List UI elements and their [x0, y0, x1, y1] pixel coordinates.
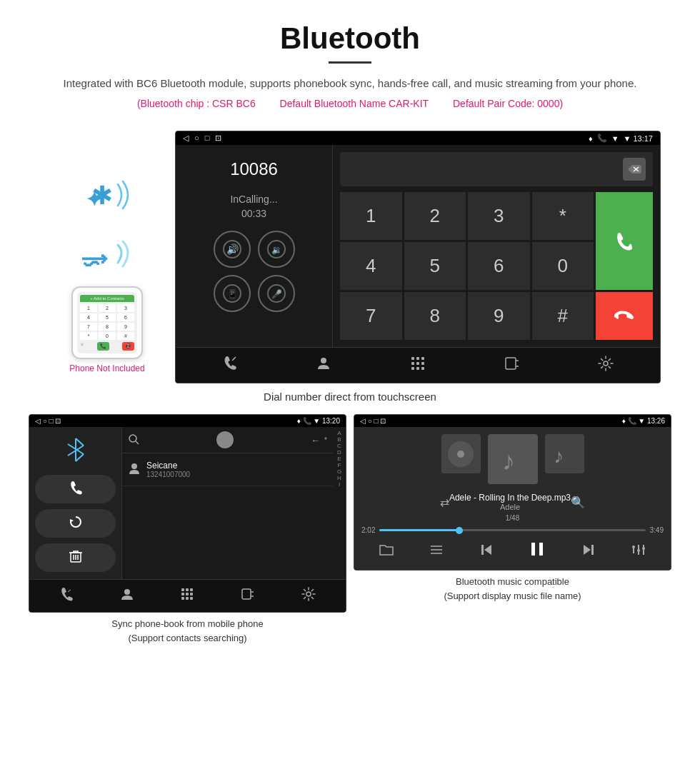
music-eq-icon[interactable] — [631, 542, 646, 561]
page-header: Bluetooth Integrated with BC6 Bluetooth … — [0, 0, 700, 131]
pb-nav-contacts[interactable] — [120, 587, 134, 605]
numpad-key-4[interactable]: 4 — [340, 242, 402, 290]
pb-search-icon[interactable] — [128, 433, 139, 447]
transfer-call-button[interactable]: 📱 — [214, 275, 251, 312]
phone-screen-top: + Add to Contacts — [80, 295, 134, 302]
phone-end-button: 📵 — [122, 342, 134, 351]
svg-point-24 — [604, 361, 608, 366]
title-underline — [329, 61, 371, 64]
recents-icon[interactable]: □ — [205, 134, 210, 143]
svg-rect-64 — [539, 543, 543, 556]
home-icon[interactable]: ○ — [194, 134, 199, 143]
svg-text:🔊: 🔊 — [226, 243, 239, 256]
search-music-icon[interactable]: 🔍 — [571, 496, 585, 509]
svg-point-40 — [124, 589, 130, 595]
svg-marker-65 — [584, 545, 591, 555]
numpad-key-5[interactable]: 5 — [404, 242, 466, 290]
numpad-grid: 1 2 3 * 4 5 6 0 7 — [340, 192, 653, 340]
call-red-button[interactable] — [596, 292, 653, 340]
nav-transfer-icon[interactable] — [504, 355, 521, 376]
volume-down-button[interactable]: 🔉 — [258, 231, 295, 268]
music-controls — [361, 540, 664, 563]
music-list-icon[interactable] — [429, 542, 444, 561]
svg-point-53 — [306, 592, 311, 596]
shuffle-icon[interactable]: ⇄ — [440, 496, 449, 509]
music-artist-name: Adele — [449, 503, 571, 511]
numpad-key-9[interactable]: 9 — [468, 292, 530, 340]
main-status-bar: ◁ ○ □ ⊡ ♦ 📞 ▼ ▼ 13:17 — [176, 131, 660, 145]
pb-nav-transfer[interactable] — [241, 587, 255, 605]
music-play-pause-icon[interactable] — [528, 540, 546, 563]
main-car-screen: ◁ ○ □ ⊡ ♦ 📞 ▼ ▼ 13:17 10086 InCalling...… — [175, 131, 661, 383]
music-progress-dot — [456, 527, 463, 534]
pb-back-arrow[interactable]: ← — [311, 435, 320, 446]
svg-rect-15 — [411, 362, 414, 365]
location-icon: ♦ — [589, 134, 593, 143]
music-car-screen: ◁ ○ □ ⊡ ♦ 📞 ▼ 13:26 ♪ — [354, 414, 671, 571]
phonebook-caption: Sync phone-book from mobile phone (Suppo… — [29, 617, 346, 645]
svg-line-39 — [68, 590, 71, 592]
phone-screen: + Add to Contacts 1 2 3 4 5 6 7 8 9 * 0 … — [77, 292, 137, 353]
dial-left-panel: 10086 InCalling... 00:33 🔊 🔉 — [176, 145, 333, 347]
numpad-key-1[interactable]: 1 — [340, 192, 402, 240]
phonebook-wrapper: ◁ ○ □ ⊡ ♦ 📞 ▼ 13:20 — [29, 414, 346, 645]
dial-right-panel: 1 2 3 * 4 5 6 0 7 — [333, 145, 660, 347]
numpad-key-2[interactable]: 2 — [404, 192, 466, 240]
bt-symbol: ✦ — [86, 188, 102, 211]
numpad-key-3[interactable]: 3 — [468, 192, 530, 240]
call-green-button[interactable] — [596, 192, 653, 290]
back-icon[interactable]: ◁ — [183, 134, 189, 143]
svg-point-38 — [131, 463, 137, 469]
phone-key-0: 0 — [99, 332, 116, 340]
svg-rect-45 — [186, 593, 189, 595]
svg-marker-30 — [70, 519, 74, 523]
pb-contact-item[interactable]: Seicane 13241007000 — [122, 453, 333, 486]
phone-call-button: 📞 — [97, 342, 109, 351]
numpad-key-hash[interactable]: # — [532, 292, 594, 340]
numpad-key-7[interactable]: 7 — [340, 292, 402, 340]
svg-rect-46 — [190, 593, 193, 595]
volume-up-button[interactable]: 🔊 — [214, 231, 251, 268]
dial-screen: 10086 InCalling... 00:33 🔊 🔉 — [176, 145, 660, 347]
music-time-current: 2:02 — [361, 526, 375, 534]
nav-phone-icon[interactable] — [221, 355, 239, 376]
svg-rect-47 — [181, 597, 184, 600]
pb-contact-list: ← * Seicane 13241007000 — [122, 427, 333, 579]
main-caption: Dial number direct from touchscreen — [0, 391, 700, 403]
numpad-key-8[interactable]: 8 — [404, 292, 466, 340]
svg-line-37 — [136, 441, 139, 444]
call-status-icon: 📞 — [597, 134, 607, 143]
svg-rect-62 — [481, 545, 484, 555]
screenshot-icon[interactable]: ⊡ — [215, 134, 221, 143]
mute-button[interactable]: 🎤 — [258, 275, 295, 312]
music-folder-icon[interactable] — [379, 542, 394, 561]
backspace-button[interactable] — [623, 158, 646, 181]
phonebook-caption-line1: Sync phone-book from mobile phone — [111, 618, 263, 629]
pb-contact-person-icon — [128, 462, 141, 478]
svg-rect-49 — [190, 597, 193, 600]
numpad-key-6[interactable]: 6 — [468, 242, 530, 290]
spec-code: Default Pair Code: 0000) — [453, 98, 563, 109]
numpad-key-star[interactable]: * — [532, 192, 594, 240]
nav-dialpad-icon[interactable] — [409, 355, 426, 376]
pb-sync-button[interactable] — [35, 509, 116, 538]
phone-key-9: 9 — [117, 323, 134, 331]
in-calling-label: InCalling... — [230, 194, 277, 205]
pb-nav-dialpad[interactable] — [180, 587, 194, 605]
music-next-icon[interactable] — [581, 542, 596, 561]
music-progress-bar[interactable] — [379, 529, 645, 531]
nav-contacts-icon[interactable] — [315, 355, 332, 376]
svg-point-11 — [321, 358, 326, 363]
svg-point-55 — [457, 451, 464, 458]
pb-nav-phone[interactable] — [59, 587, 74, 605]
music-prev-icon[interactable] — [479, 542, 494, 561]
numpad-key-0[interactable]: 0 — [532, 242, 594, 290]
svg-line-28 — [76, 454, 84, 461]
phone-not-included-label: Phone Not Included — [69, 363, 144, 373]
pb-contact-name: Seicane — [146, 461, 190, 471]
bluetooth-icon-area: ✱ ✦ — [79, 174, 136, 231]
pb-delete-button[interactable] — [35, 543, 116, 572]
nav-settings-icon[interactable] — [597, 355, 614, 376]
pb-nav-settings[interactable] — [301, 587, 316, 605]
pb-call-button[interactable] — [35, 475, 116, 503]
